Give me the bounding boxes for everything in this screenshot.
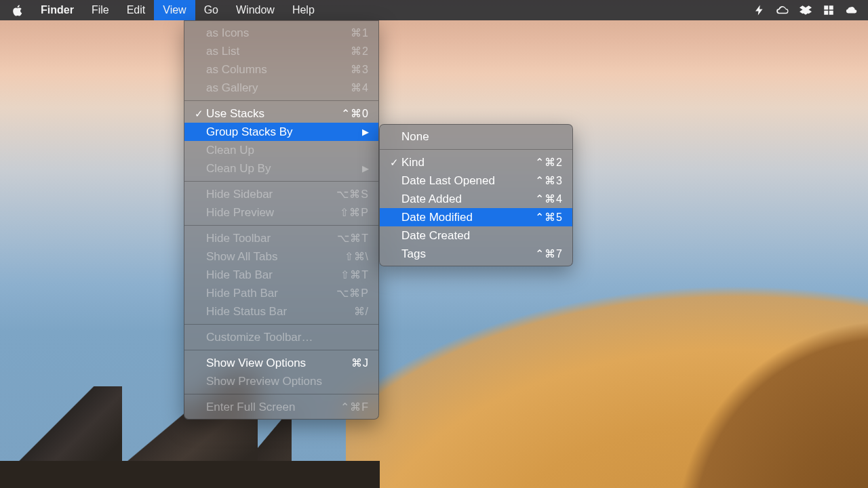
view-menu-hide-tab-bar: Hide Tab Bar⇧⌘T <box>184 266 378 284</box>
menu-item-label: Customize Toolbar… <box>206 331 313 344</box>
menu-item-label: Use Stacks <box>206 107 264 121</box>
menu-item-label: Tags <box>401 247 426 261</box>
menu-item-label: Clean Up <box>206 144 254 157</box>
view-menu-group-stacks-by[interactable]: Group Stacks By▶ <box>184 123 378 141</box>
menu-shortcut: ⌃⌘7 <box>535 247 563 260</box>
view-menu-show-all-tabs: Show All Tabs⇧⌘\ <box>184 247 378 266</box>
menu-shortcut: ⌥⌘P <box>336 287 369 300</box>
menu-shortcut: ⌃⌘0 <box>341 107 369 120</box>
group-submenu-date-added[interactable]: Date Added⌃⌘4 <box>380 190 572 208</box>
apple-menu[interactable] <box>0 0 32 20</box>
view-menu-show-preview-options: Show Preview Options <box>184 372 378 390</box>
view-menu-hide-sidebar: Hide Sidebar⌥⌘S <box>184 185 378 203</box>
menu-shortcut: ⌘/ <box>354 305 369 318</box>
menu-item-label: Kind <box>401 156 425 169</box>
view-menu-dropdown: as Icons⌘1as List⌘2as Columns⌘3as Galler… <box>184 20 379 420</box>
menu-item-label: Hide Sidebar <box>206 188 273 201</box>
menu-item-label: Hide Tab Bar <box>206 268 273 282</box>
menubar-app-name[interactable]: Finder <box>32 0 83 20</box>
menu-shortcut: ⇧⌘P <box>340 206 369 219</box>
menu-shortcut: ⌘3 <box>351 63 369 76</box>
checkmark-icon: ✓ <box>193 108 205 120</box>
view-menu-as-list: as List⌘2 <box>184 42 378 60</box>
view-menu-hide-status-bar: Hide Status Bar⌘/ <box>184 302 378 321</box>
view-menu-hide-toolbar: Hide Toolbar⌥⌘T <box>184 229 378 247</box>
menubar-window[interactable]: Window <box>227 0 283 20</box>
group-submenu-date-modified[interactable]: Date Modified⌃⌘5 <box>380 208 572 226</box>
group-submenu-date-last-opened[interactable]: Date Last Opened⌃⌘3 <box>380 171 572 190</box>
menubar-go[interactable]: Go <box>195 0 227 20</box>
submenu-arrow-icon: ▶ <box>359 127 369 137</box>
view-menu-use-stacks[interactable]: ✓Use Stacks⌃⌘0 <box>184 104 378 123</box>
menubar-file[interactable]: File <box>83 0 118 20</box>
menu-shortcut: ⌘1 <box>351 26 369 39</box>
menu-item-label: Date Added <box>401 192 462 206</box>
menu-item-label: Hide Toolbar <box>206 232 271 245</box>
menu-shortcut: ⌃⌘5 <box>535 211 563 224</box>
view-menu-customize-toolbar: Customize Toolbar… <box>184 328 378 346</box>
apple-logo-icon <box>12 5 22 16</box>
menu-item-label: Show View Options <box>206 357 306 370</box>
menu-item-label: Hide Status Bar <box>206 305 287 319</box>
menu-item-label: None <box>401 130 429 144</box>
dropbox-icon[interactable] <box>799 3 812 17</box>
menu-item-label: Hide Path Bar <box>206 287 278 300</box>
view-menu-clean-up-by: Clean Up By▶ <box>184 159 378 178</box>
menu-item-label: Show Preview Options <box>206 375 322 388</box>
menubar-help[interactable]: Help <box>283 0 323 20</box>
group-submenu-date-created[interactable]: Date Created <box>380 226 572 245</box>
view-menu-hide-path-bar: Hide Path Bar⌥⌘P <box>184 284 378 302</box>
menubar-edit[interactable]: Edit <box>118 0 155 20</box>
creative-cloud-icon[interactable] <box>776 3 789 17</box>
bolt-icon[interactable] <box>753 3 766 17</box>
group-submenu-kind[interactable]: ✓Kind⌃⌘2 <box>380 153 572 171</box>
view-menu-hide-preview: Hide Preview⇧⌘P <box>184 203 378 222</box>
menu-shortcut: ⌘4 <box>351 81 369 94</box>
view-menu-as-columns: as Columns⌘3 <box>184 60 378 79</box>
menu-shortcut: ⌃⌘3 <box>535 174 563 187</box>
menu-item-label: as Columns <box>206 63 267 77</box>
submenu-arrow-icon: ▶ <box>359 163 369 174</box>
menu-item-label: Hide Preview <box>206 206 274 220</box>
menu-shortcut: ⇧⌘\ <box>344 250 369 263</box>
view-menu-show-view-options[interactable]: Show View Options⌘J <box>184 354 378 372</box>
group-stacks-by-submenu: None✓Kind⌃⌘2Date Last Opened⌃⌘3Date Adde… <box>379 124 573 266</box>
menu-item-label: Group Stacks By <box>206 125 293 139</box>
menu-shortcut: ⌃⌘2 <box>535 156 563 169</box>
view-menu-enter-full-screen: Enter Full Screen⌃⌘F <box>184 398 378 416</box>
menubar-view[interactable]: View <box>154 0 195 20</box>
checkmark-icon: ✓ <box>388 157 400 169</box>
menu-item-label: Clean Up By <box>206 162 271 176</box>
view-menu-clean-up: Clean Up <box>184 141 378 159</box>
desert-dune-front <box>604 264 868 488</box>
menu-item-label: Enter Full Screen <box>206 401 295 414</box>
menu-shortcut: ⌘J <box>351 357 369 369</box>
view-menu-as-gallery: as Gallery⌘4 <box>184 79 378 97</box>
menu-item-label: as List <box>206 45 239 58</box>
menu-item-label: Show All Tabs <box>206 250 278 264</box>
grid-icon[interactable] <box>822 3 835 17</box>
menu-item-label: Date Created <box>401 229 470 243</box>
menu-shortcut: ⌃⌘F <box>340 401 369 413</box>
view-menu-as-icons: as Icons⌘1 <box>184 24 378 42</box>
menu-item-label: Date Modified <box>401 211 473 224</box>
system-menubar: Finder File Edit View Go Window Help <box>0 0 868 20</box>
onedrive-icon[interactable] <box>845 3 859 17</box>
group-submenu-tags[interactable]: Tags⌃⌘7 <box>380 245 572 263</box>
menu-item-label: Date Last Opened <box>401 174 495 188</box>
foreground-shadow <box>0 461 380 488</box>
menu-shortcut: ⌃⌘4 <box>535 192 563 205</box>
menu-shortcut: ⌥⌘T <box>337 232 369 245</box>
menu-item-label: as Icons <box>206 26 249 40</box>
group-submenu-none[interactable]: None <box>380 127 572 146</box>
menu-item-label: as Gallery <box>206 81 258 95</box>
menu-shortcut: ⌥⌘S <box>336 188 369 201</box>
menu-shortcut: ⌘2 <box>351 45 369 58</box>
menu-shortcut: ⇧⌘T <box>340 268 369 281</box>
